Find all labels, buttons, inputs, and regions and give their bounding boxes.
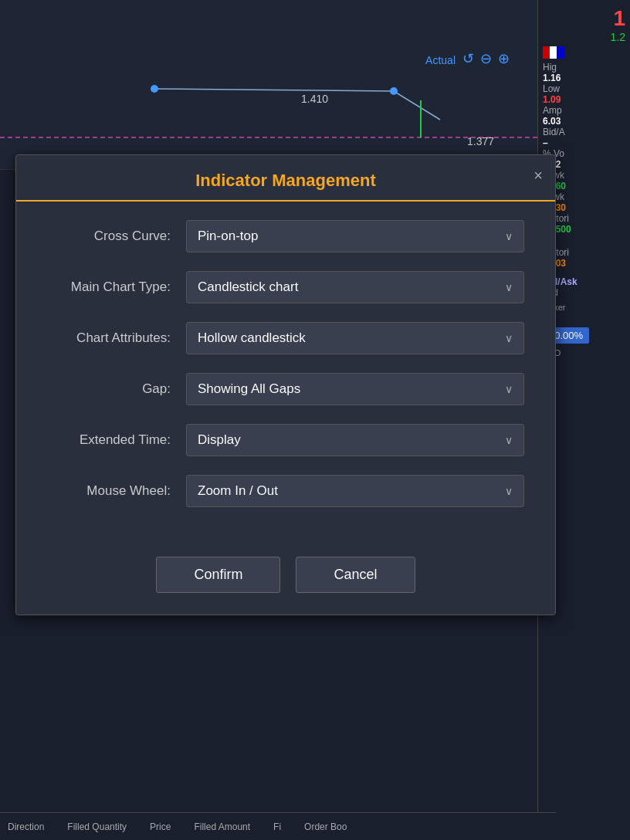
high-label: Hig bbox=[543, 62, 625, 73]
cross-curve-value: Pin-on-top bbox=[198, 229, 258, 244]
cross-curve-select[interactable]: Pin-on-top ∨ bbox=[186, 220, 524, 252]
extended-time-chevron: ∨ bbox=[505, 434, 513, 446]
bottom-bar-fi: Fi bbox=[273, 821, 281, 832]
chart-attributes-row: Chart Attributes: Hollow candlestick ∨ bbox=[47, 322, 524, 354]
cross-curve-label: Cross Curve: bbox=[47, 229, 186, 244]
chart-attributes-chevron: ∨ bbox=[505, 332, 513, 344]
gap-label: Gap: bbox=[47, 381, 186, 397]
extended-time-value: Display bbox=[198, 432, 241, 448]
cross-curve-row: Cross Curve: Pin-on-top ∨ bbox=[47, 220, 524, 252]
chart-attributes-value: Hollow candlestick bbox=[198, 330, 306, 346]
main-chart-type-label: Main Chart Type: bbox=[47, 279, 186, 295]
cancel-button[interactable]: Cancel bbox=[296, 557, 415, 593]
close-button[interactable]: × bbox=[533, 168, 543, 183]
green-price: 1.2 bbox=[543, 31, 625, 43]
dialog-body: Cross Curve: Pin-on-top ∨ Main Chart Typ… bbox=[16, 202, 555, 544]
undo-icon[interactable]: ↺ bbox=[462, 50, 474, 67]
top-price: 1 bbox=[543, 6, 625, 31]
minus-circle-icon[interactable]: ⊖ bbox=[480, 50, 492, 67]
extended-time-select[interactable]: Display ∨ bbox=[186, 424, 524, 456]
indicator-management-dialog: Indicator Management × Cross Curve: Pin-… bbox=[15, 154, 556, 615]
bottom-bar: Direction Filled Quantity Price Filled A… bbox=[0, 812, 556, 840]
mouse-wheel-row: Mouse Wheel: Zoom In / Out ∨ bbox=[47, 475, 524, 507]
mouse-wheel-value: Zoom In / Out bbox=[198, 483, 278, 499]
cross-curve-chevron: ∨ bbox=[505, 230, 513, 242]
price-label-2: 1.377 bbox=[467, 135, 494, 147]
bottom-bar-order-boo: Order Boo bbox=[304, 821, 347, 832]
bid-ask-label: Bid/A bbox=[543, 127, 625, 137]
mouse-wheel-chevron: ∨ bbox=[505, 485, 513, 497]
svg-point-1 bbox=[151, 85, 158, 93]
actual-label: Actual bbox=[425, 54, 456, 66]
svg-point-2 bbox=[390, 87, 398, 95]
bottom-bar-price: Price bbox=[150, 821, 171, 832]
bottom-bar-filled-qty: Filled Quantity bbox=[67, 821, 127, 832]
low-label: Low bbox=[543, 83, 625, 94]
high-value: 1.16 bbox=[543, 73, 625, 83]
gap-chevron: ∨ bbox=[505, 383, 513, 395]
gap-value: Showing All Gaps bbox=[198, 381, 300, 397]
dialog-title: Indicator Management bbox=[195, 171, 375, 190]
gap-select[interactable]: Showing All Gaps ∨ bbox=[186, 373, 524, 405]
chart-attributes-select[interactable]: Hollow candlestick ∨ bbox=[186, 322, 524, 354]
mouse-wheel-label: Mouse Wheel: bbox=[47, 483, 186, 499]
amp-value: 6.03 bbox=[543, 116, 625, 127]
main-chart-type-value: Candlestick chart bbox=[198, 279, 298, 295]
chart-background: 1.410 1.377 Actual ↺ ⊖ ⊕ bbox=[0, 0, 556, 170]
extended-time-row: Extended Time: Display ∨ bbox=[47, 424, 524, 456]
price-label-1: 1.410 bbox=[301, 93, 328, 105]
main-chart-type-select[interactable]: Candlestick chart ∨ bbox=[186, 271, 524, 303]
flag-icon bbox=[543, 46, 564, 59]
dialog-footer: Confirm Cancel bbox=[16, 544, 555, 615]
bottom-bar-direction: Direction bbox=[8, 821, 44, 832]
mouse-wheel-select[interactable]: Zoom In / Out ∨ bbox=[186, 475, 524, 507]
gap-row: Gap: Showing All Gaps ∨ bbox=[47, 373, 524, 405]
amp-label: Amp bbox=[543, 105, 625, 116]
plus-circle-icon[interactable]: ⊕ bbox=[498, 50, 510, 67]
dash-value: – bbox=[543, 137, 625, 148]
extended-time-label: Extended Time: bbox=[47, 432, 186, 448]
low-value: 1.09 bbox=[543, 94, 625, 105]
bottom-bar-filled-amt: Filled Amount bbox=[194, 821, 250, 832]
main-chart-type-row: Main Chart Type: Candlestick chart ∨ bbox=[47, 271, 524, 303]
chart-attributes-label: Chart Attributes: bbox=[47, 330, 186, 346]
confirm-button[interactable]: Confirm bbox=[156, 557, 280, 593]
dialog-header: Indicator Management × bbox=[16, 155, 555, 202]
main-chart-type-chevron: ∨ bbox=[505, 281, 513, 293]
